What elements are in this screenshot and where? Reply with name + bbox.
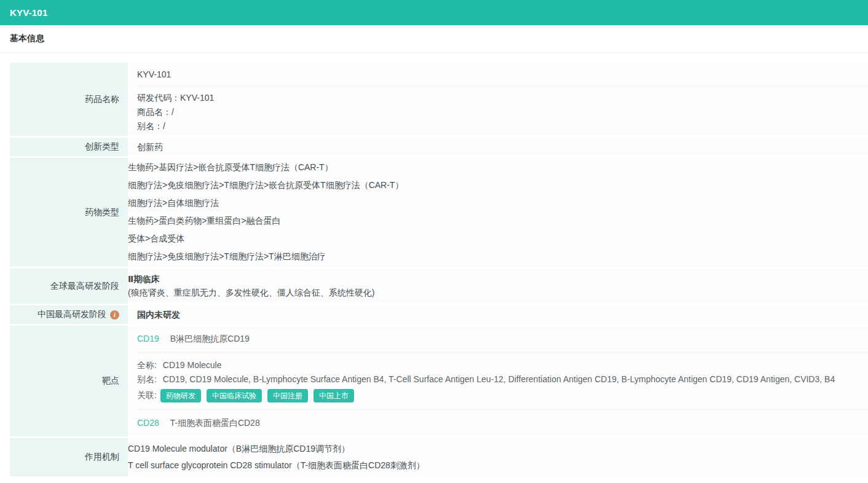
target-item-cd28: CD28 T-细胞表面糖蛋白CD28	[137, 409, 868, 436]
full-name-value: CD19 Molecule	[163, 360, 222, 370]
row-china-stage-value: 国内未研发	[128, 305, 868, 324]
drug-type-line: 生物药>蛋白类药物>重组蛋白>融合蛋白	[128, 212, 868, 230]
moa-line: CD19 Molecule modulator（B淋巴细胞抗原CD19调节剂）	[128, 441, 868, 457]
target-full-name-line: 全称: CD19 Molecule	[137, 358, 868, 372]
target-name-cd28: T-细胞表面糖蛋白CD28	[170, 418, 259, 428]
drug-trade-name: 商品名：/	[137, 105, 868, 119]
row-drug-name-value: KYV-101 研发代码：KYV-101 商品名：/ 别名：/	[128, 63, 868, 136]
row-moa-label: 作用机制	[10, 438, 128, 476]
drug-type-line: 细胞疗法>免疫细胞疗法>T细胞疗法>嵌合抗原受体T细胞疗法（CAR-T）	[128, 176, 868, 194]
china-stage-value: 国内未研发	[137, 305, 868, 324]
drug-type-line: 受体>合成受体	[128, 230, 868, 248]
row-target: 靶点 CD19 B淋巴细胞抗原CD19 全称: CD19 Molecule 别名…	[10, 326, 868, 436]
row-drug-name-label: 药品名称	[10, 63, 128, 136]
related-link-cn-clinical-trial[interactable]: 中国临床试验	[207, 389, 262, 402]
target-detail-cd19: 全称: CD19 Molecule 别名: CD19, CD19 Molecul…	[137, 353, 868, 409]
row-target-value: CD19 B淋巴细胞抗原CD19 全称: CD19 Molecule 别名: C…	[128, 326, 868, 436]
target-related-line: 关联: 药物研发 中国临床试验 中国注册 中国上市	[137, 388, 868, 403]
row-innovation-type-value: 创新药	[128, 138, 868, 156]
related-link-cn-launch[interactable]: 中国上市	[314, 389, 354, 402]
moa-line: T cell surface glycoprotein CD28 stimula…	[128, 457, 868, 474]
row-moa-value: CD19 Molecule modulator（B淋巴细胞抗原CD19调节剂） …	[128, 438, 868, 476]
drug-type-line: 生物药>基因疗法>嵌合抗原受体T细胞疗法（CAR-T）	[128, 159, 868, 176]
target-link-cd28[interactable]: CD28	[137, 418, 159, 428]
row-global-stage: 全球最高研发阶段 Ⅱ期临床 (狼疮肾炎、重症肌无力、多发性硬化、僵人综合征、系统…	[10, 269, 868, 304]
row-global-stage-label: 全球最高研发阶段	[10, 269, 128, 304]
alias-value: CD19, CD19 Molecule, B-Lymphocyte Surfac…	[163, 374, 835, 384]
full-name-key: 全称:	[137, 360, 157, 370]
target-item-cd19: CD19 B淋巴细胞抗原CD19	[137, 326, 868, 353]
row-drug-type-value: 生物药>基因疗法>嵌合抗原受体T细胞疗法（CAR-T） 细胞疗法>免疫细胞疗法>…	[128, 158, 868, 267]
row-global-stage-value: Ⅱ期临床 (狼疮肾炎、重症肌无力、多发性硬化、僵人综合征、系统性硬化)	[128, 269, 868, 304]
alias-key: 别名:	[137, 374, 157, 384]
row-china-stage-label: 中国最高研发阶段 i	[10, 305, 128, 324]
global-stage-value: Ⅱ期临床	[128, 273, 868, 286]
drug-dev-code: 研发代码：KYV-101	[137, 91, 868, 105]
row-innovation-type: 创新类型 创新药	[10, 138, 868, 156]
innovation-type-value: 创新药	[137, 138, 868, 156]
section-header: 基本信息	[0, 25, 868, 53]
section-title: 基本信息	[10, 33, 44, 44]
basic-info-table: 药品名称 KYV-101 研发代码：KYV-101 商品名：/ 别名：/ 创新类…	[10, 63, 868, 476]
target-alias-line: 别名: CD19, CD19 Molecule, B-Lymphocyte Su…	[137, 372, 868, 387]
china-stage-label-text: 中国最高研发阶段	[37, 309, 106, 320]
row-drug-name: 药品名称 KYV-101 研发代码：KYV-101 商品名：/ 别名：/	[10, 63, 868, 136]
related-link-drug-rd[interactable]: 药物研发	[160, 389, 201, 402]
target-name-cd19: B淋巴细胞抗原CD19	[170, 334, 250, 344]
related-key: 关联:	[137, 390, 157, 401]
related-link-cn-registration[interactable]: 中国注册	[267, 389, 308, 402]
row-china-stage: 中国最高研发阶段 i 国内未研发	[10, 305, 868, 324]
row-target-label: 靶点	[10, 326, 128, 436]
drug-alias: 别名：/	[137, 119, 868, 133]
row-drug-type-label: 药物类型	[10, 158, 128, 267]
row-innovation-type-label: 创新类型	[10, 138, 128, 156]
target-link-cd19[interactable]: CD19	[137, 334, 159, 344]
drug-header-bar: KYV-101	[0, 0, 868, 25]
page-title: KYV-101	[10, 7, 47, 18]
drug-type-line: 细胞疗法>免疫细胞疗法>T细胞疗法>T淋巴细胞治疗	[128, 248, 868, 265]
drug-type-line: 细胞疗法>自体细胞疗法	[128, 194, 868, 212]
drug-name-details: 研发代码：KYV-101 商品名：/ 别名：/	[137, 87, 868, 136]
info-icon[interactable]: i	[110, 310, 119, 320]
global-stage-indications: (狼疮肾炎、重症肌无力、多发性硬化、僵人综合征、系统性硬化)	[128, 286, 868, 300]
row-drug-type: 药物类型 生物药>基因疗法>嵌合抗原受体T细胞疗法（CAR-T） 细胞疗法>免疫…	[10, 158, 868, 267]
row-moa: 作用机制 CD19 Molecule modulator（B淋巴细胞抗原CD19…	[10, 438, 868, 476]
drug-name-primary: KYV-101	[137, 63, 868, 87]
